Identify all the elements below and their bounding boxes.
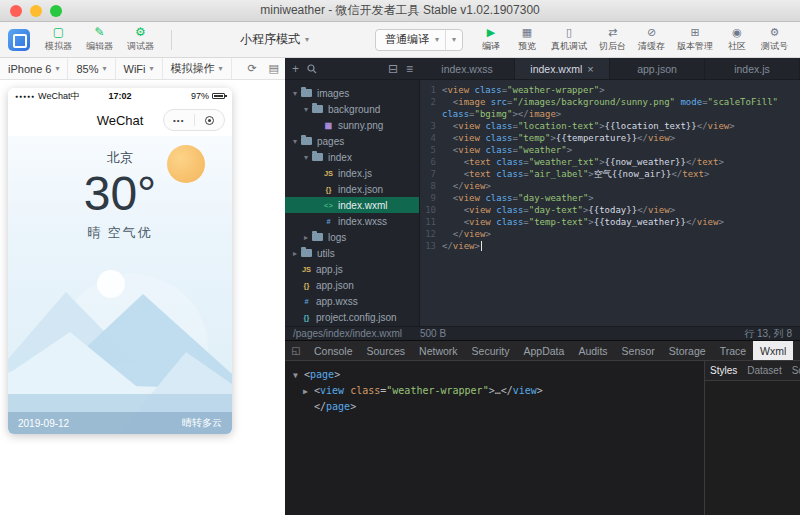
- file-tree-item-index.json[interactable]: {}index.json: [285, 181, 419, 197]
- file-tree-item-logs[interactable]: ▸logs: [285, 229, 419, 245]
- zoom-window-button[interactable]: [50, 5, 62, 17]
- file-tree-item-app.json[interactable]: {}app.json: [285, 277, 419, 293]
- file-tree-item-background[interactable]: ▾background: [285, 101, 419, 117]
- text-cursor: [481, 241, 482, 251]
- code-line-7[interactable]: 7 <text class="air_label">空气{{now_air}}<…: [420, 168, 800, 180]
- debugger-tab-AppData[interactable]: AppData: [517, 341, 572, 360]
- close-tab-icon[interactable]: ×: [587, 63, 593, 75]
- debugger-tab-Audits[interactable]: Audits: [571, 341, 614, 360]
- side-tab-Styles[interactable]: Styles: [705, 365, 742, 376]
- code-line-11[interactable]: 11 <view class="temp-text">{{today_weath…: [420, 216, 800, 228]
- code-line-6[interactable]: 6 <text class="weather_txt">{{now_weathe…: [420, 156, 800, 168]
- code-line-4[interactable]: 4 <view class="temp">{{temperature}}</vi…: [420, 132, 800, 144]
- tree-closed-icon[interactable]: ▸: [290, 249, 300, 258]
- code-line-12[interactable]: 12 </view>: [420, 228, 800, 240]
- simulate-actions-dropdown[interactable]: 模拟操作▾: [163, 58, 232, 79]
- tab-label: index.js: [734, 63, 770, 75]
- code-line-8[interactable]: 8 </view>: [420, 180, 800, 192]
- preview-button[interactable]: ▦预览: [509, 23, 545, 57]
- tree-closed-icon[interactable]: ▸: [301, 233, 311, 242]
- code-line-2[interactable]: 2 <image src="/images/background/sunny.p…: [420, 96, 800, 120]
- wxml-tree-node-2[interactable]: </page>: [285, 399, 704, 414]
- rotate-device-icon[interactable]: ⟳: [241, 62, 262, 75]
- code-line-5[interactable]: 5 <view class="weather">: [420, 144, 800, 156]
- clear-cache-button[interactable]: ⊘清缓存: [632, 23, 671, 57]
- tab-index.wxml[interactable]: index.wxml×: [515, 58, 610, 79]
- exit-miniprogram-button[interactable]: [195, 116, 225, 125]
- tab-index.wxss[interactable]: index.wxss: [420, 58, 515, 79]
- file-name: app.js: [316, 264, 343, 275]
- debugger-tab-Wxml[interactable]: Wxml: [753, 341, 793, 360]
- community-button[interactable]: ◉社区: [719, 23, 755, 57]
- compile-mode-dropdown[interactable]: 普通编译 ▾ ▾: [375, 29, 463, 51]
- debugger-tab-Console[interactable]: Console: [307, 341, 360, 360]
- tree-open-icon[interactable]: ▼: [293, 368, 304, 383]
- file-name: background: [328, 104, 380, 115]
- close-window-button[interactable]: [10, 5, 22, 17]
- network-dropdown[interactable]: WiFi▾: [116, 58, 163, 79]
- zoom-dropdown[interactable]: 85%▾: [68, 58, 115, 79]
- tab-app.json[interactable]: app.json: [610, 58, 705, 79]
- debugger-tab-Network[interactable]: Network: [412, 341, 465, 360]
- real-device-button[interactable]: ▯真机调试: [545, 23, 593, 57]
- debugger-toggle-button[interactable]: ⚙调试器: [120, 23, 161, 57]
- more-options-icon[interactable]: •••: [164, 116, 194, 125]
- mode-dropdown[interactable]: 小程序模式 ▾: [240, 31, 309, 48]
- tree-closed-icon[interactable]: ▶: [303, 384, 314, 399]
- compile-mode-menu-button[interactable]: ▾: [446, 35, 462, 44]
- file-tree-item-images[interactable]: ▾images: [285, 85, 419, 101]
- editor-toggle-button[interactable]: ✎编辑器: [79, 23, 120, 57]
- file-tree-item-app.wxss[interactable]: #app.wxss: [285, 293, 419, 309]
- tree-open-icon[interactable]: ▾: [290, 137, 300, 146]
- compile-button[interactable]: ▶编译: [473, 23, 509, 57]
- code-text: <view class="day-weather">: [442, 192, 800, 204]
- wxml-tree-node-0[interactable]: ▼<page>: [285, 367, 704, 383]
- device-dropdown[interactable]: iPhone 6▾: [0, 58, 68, 79]
- file-tree-item-app.js[interactable]: JSapp.js: [285, 261, 419, 277]
- search-icon[interactable]: [307, 64, 317, 74]
- detach-window-icon[interactable]: ▤: [263, 62, 285, 75]
- folder-icon: [312, 233, 323, 241]
- code-line-10[interactable]: 10 <view class="day-text">{{today}}</vie…: [420, 204, 800, 216]
- file-menu-icon[interactable]: ≡: [406, 62, 413, 76]
- file-tree-item-index.js[interactable]: JSindex.js: [285, 165, 419, 181]
- code-line-3[interactable]: 3 <view class="location-text">{{location…: [420, 120, 800, 132]
- simulator-toolbar: iPhone 6▾85%▾WiFi▾模拟操作▾ ⟳ ▤: [0, 58, 285, 80]
- code-line-9[interactable]: 9 <view class="day-weather">: [420, 192, 800, 204]
- simulator-toggle-button[interactable]: ▢模拟器: [38, 23, 79, 57]
- new-file-icon[interactable]: +: [292, 62, 299, 76]
- tab-label: index.wxml: [530, 63, 582, 75]
- wxml-tree-node-1[interactable]: ▶<view class="weather-wrapper">…</view>: [285, 383, 704, 399]
- side-tab-Sco[interactable]: Sco: [787, 365, 800, 376]
- minimize-window-button[interactable]: [30, 5, 42, 17]
- debugger-tab-Storage[interactable]: Storage: [662, 341, 713, 360]
- test-account-button[interactable]: ⚙测试号: [755, 23, 794, 57]
- file-tree-item-pages[interactable]: ▾pages: [285, 133, 419, 149]
- debugger-tab-Sensor[interactable]: Sensor: [615, 341, 662, 360]
- file-tree-item-project.config.json[interactable]: {}project.config.json: [285, 309, 419, 325]
- phone-preview[interactable]: ●●●●● WeChat中 17:02 97% WeChat •••: [8, 88, 232, 434]
- collapse-all-icon[interactable]: ⊟: [388, 62, 398, 76]
- code-line-13[interactable]: 13</view>: [420, 240, 800, 252]
- code-editor[interactable]: 1<view class="weather-wrapper">2 <image …: [420, 80, 800, 326]
- debugger-tab-Security[interactable]: Security: [465, 341, 517, 360]
- debugger-tab-Trace[interactable]: Trace: [713, 341, 753, 360]
- background-button[interactable]: ⇄切后台: [593, 23, 632, 57]
- version-button[interactable]: ⊞版本管理: [671, 23, 719, 57]
- debugger-tab-Sources[interactable]: Sources: [360, 341, 413, 360]
- tree-open-icon[interactable]: ▾: [290, 89, 300, 98]
- file-tree-item-utils[interactable]: ▸utils: [285, 245, 419, 261]
- tree-open-icon[interactable]: ▾: [301, 153, 311, 162]
- code-text: <view class="location-text">{{location_t…: [442, 120, 800, 132]
- dock-side-icon[interactable]: ◱: [285, 341, 307, 360]
- side-tab-Dataset[interactable]: Dataset: [742, 365, 786, 376]
- file-tree-item-index.wxss[interactable]: #index.wxss: [285, 213, 419, 229]
- file-tree-item-index.wxml[interactable]: <>index.wxml: [285, 197, 419, 213]
- file-tree-item-index[interactable]: ▾index: [285, 149, 419, 165]
- tree-open-icon[interactable]: ▾: [301, 105, 311, 114]
- debugger-tabbar: ◱ ConsoleSourcesNetworkSecurityAppDataAu…: [285, 341, 800, 361]
- file-tree-item-sunny.png[interactable]: ▦sunny.png: [285, 117, 419, 133]
- tab-index.js[interactable]: index.js: [705, 58, 800, 79]
- chevron-down-icon: ▾: [435, 35, 439, 44]
- code-line-1[interactable]: 1<view class="weather-wrapper">: [420, 84, 800, 96]
